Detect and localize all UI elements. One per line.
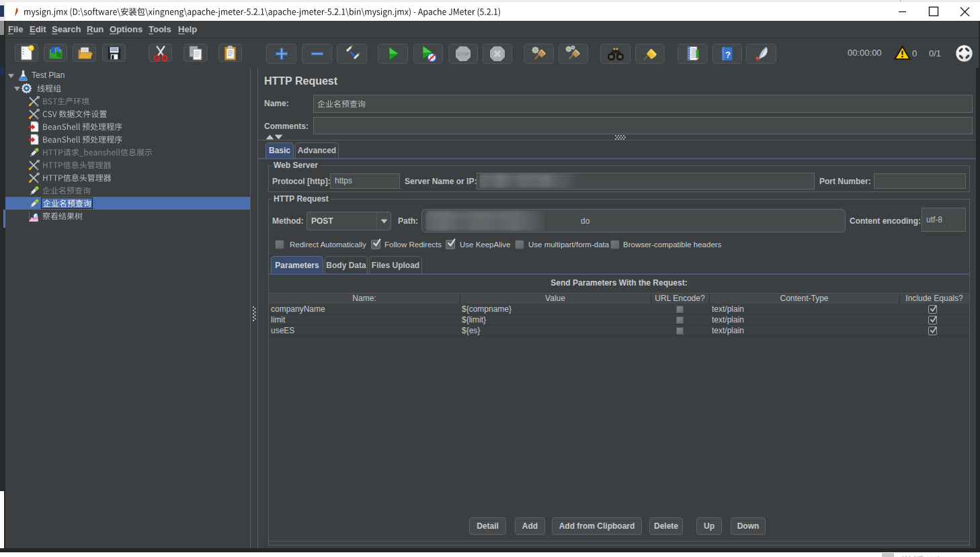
svg-text:?: ? (725, 49, 731, 59)
svg-text:STOP: STOP (457, 51, 470, 56)
